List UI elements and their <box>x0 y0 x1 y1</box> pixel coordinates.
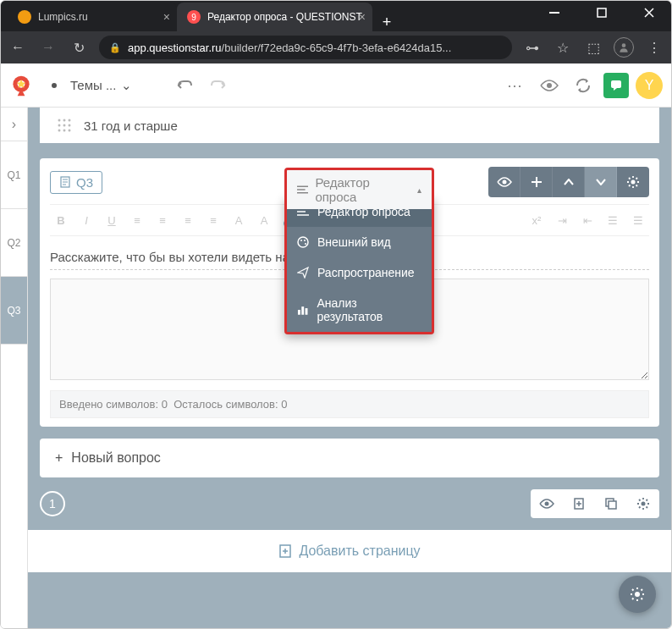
app-toolbar: Темы ... ⌄ ⋯ Y <box>1 63 671 108</box>
lock-icon: 🔒 <box>109 42 121 53</box>
svg-point-35 <box>300 240 302 241</box>
svg-point-36 <box>304 240 306 241</box>
bold-button[interactable]: B <box>50 210 72 230</box>
svg-point-8 <box>63 119 66 122</box>
svg-point-37 <box>305 243 306 245</box>
align-justify-button[interactable]: ≡ <box>202 210 224 230</box>
new-tab-button[interactable]: + <box>372 14 402 31</box>
star-icon[interactable]: ☆ <box>553 40 573 56</box>
page-actions <box>531 489 659 518</box>
svg-point-41 <box>635 592 640 597</box>
back-button[interactable]: ← <box>8 40 28 55</box>
close-icon[interactable]: × <box>163 10 170 24</box>
user-avatar[interactable]: Y <box>636 72 663 99</box>
char-counter: Введено символов: 0 Осталось символов: 0 <box>50 390 649 418</box>
dropdown-item-analysis[interactable]: Анализ результатов <box>287 288 432 332</box>
themes-dropdown[interactable]: Темы ... ⌄ <box>70 78 132 93</box>
list-button[interactable]: ☰ <box>602 210 624 230</box>
more-button[interactable]: ⋯ <box>500 76 529 95</box>
chart-icon <box>297 305 308 315</box>
tab-title: Редактор опроса - QUESTIONST <box>207 11 362 23</box>
app-content: Темы ... ⌄ ⋯ Y › Q1 Q2 Q3 31 <box>1 63 671 628</box>
align-center-button[interactable]: ≡ <box>151 210 174 230</box>
editor-icon <box>297 185 308 195</box>
chat-button[interactable] <box>603 73 629 98</box>
question-badge[interactable]: Q3 <box>50 171 102 194</box>
minimize-button[interactable] <box>539 0 570 25</box>
page-copy-button[interactable] <box>595 489 627 518</box>
outdent-button[interactable]: ⇤ <box>576 210 598 230</box>
svg-point-13 <box>58 130 61 132</box>
page-footer: 1 <box>40 486 659 530</box>
page-settings-button[interactable] <box>627 489 659 518</box>
plus-icon: + <box>55 450 63 466</box>
menu-icon[interactable]: ⋮ <box>644 40 664 56</box>
extensions-icon[interactable]: ⬚ <box>583 40 603 56</box>
option-row[interactable]: 31 год и старше <box>40 108 659 143</box>
color-button[interactable]: A <box>253 210 275 230</box>
page-preview-button[interactable] <box>531 489 563 518</box>
svg-point-15 <box>69 130 71 132</box>
redo-button[interactable] <box>205 72 232 99</box>
mode-dropdown-trigger[interactable]: Редактор опроса ▴ <box>284 168 434 209</box>
align-right-button[interactable]: ≡ <box>177 210 199 230</box>
tab-title: Lumpics.ru <box>38 11 88 23</box>
sidebar-tab-q2[interactable]: Q2 <box>1 209 27 277</box>
numbered-list-button[interactable]: ☰ <box>627 210 649 230</box>
settings-action[interactable] <box>617 167 649 197</box>
palette-icon <box>297 236 309 248</box>
svg-point-26 <box>642 502 646 506</box>
svg-point-14 <box>63 130 66 132</box>
svg-point-12 <box>69 124 71 127</box>
add-action[interactable] <box>521 167 553 197</box>
subscript-button[interactable]: x² <box>526 210 548 230</box>
svg-point-20 <box>502 180 506 185</box>
mode-dropdown-menu: Редактор опроса Внешний вид Распростране… <box>284 196 434 334</box>
page-add-button[interactable] <box>563 489 595 518</box>
fab-settings[interactable] <box>619 576 656 613</box>
maximize-button[interactable] <box>587 0 617 25</box>
profile-icon[interactable] <box>614 37 634 58</box>
italic-button[interactable]: I <box>75 210 97 230</box>
page-number[interactable]: 1 <box>40 491 65 516</box>
undo-button[interactable] <box>171 72 198 99</box>
svg-rect-38 <box>298 310 300 315</box>
browser-tab[interactable]: Lumpics.ru × <box>8 3 177 31</box>
new-question-button[interactable]: + Новый вопрос <box>40 439 659 477</box>
sidebar-tab-q3[interactable]: Q3 <box>1 277 27 345</box>
url-path: /builder/f72eda9c-65c9-4f7b-3efa-e6424da… <box>222 41 452 54</box>
svg-point-9 <box>69 119 71 122</box>
underline-button[interactable]: U <box>101 210 123 230</box>
align-left-button[interactable]: ≡ <box>126 210 148 230</box>
sync-button[interactable] <box>570 72 597 99</box>
font-button[interactable]: A <box>228 210 250 230</box>
url-field[interactable]: 🔒 app.questionstar.ru/builder/f72eda9c-6… <box>99 36 512 59</box>
move-up-action[interactable] <box>553 167 585 197</box>
reload-button[interactable]: ↻ <box>69 40 89 56</box>
send-icon <box>297 267 309 279</box>
expand-sidebar-button[interactable]: › <box>1 108 27 141</box>
close-window-button[interactable] <box>634 0 664 25</box>
key-icon[interactable]: ⊶ <box>522 40 543 56</box>
forward-button[interactable]: → <box>38 40 58 55</box>
browser-tab[interactable]: 9 Редактор опроса - QUESTIONST × <box>177 3 372 31</box>
move-down-action[interactable] <box>585 167 617 197</box>
sidebar-tab-q1[interactable]: Q1 <box>1 141 27 209</box>
preview-action[interactable] <box>488 167 521 197</box>
card-actions <box>488 167 649 197</box>
preview-button[interactable] <box>536 72 563 99</box>
dropdown-item-distribution[interactable]: Распространение <box>287 257 432 288</box>
indent-button[interactable]: ⇥ <box>551 210 573 230</box>
svg-point-22 <box>545 502 549 506</box>
add-page-button[interactable]: Добавить страницу <box>28 530 671 572</box>
drag-handle-icon[interactable] <box>57 118 72 133</box>
close-icon[interactable]: × <box>359 10 366 24</box>
url-domain: app.questionstar.ru <box>128 41 222 54</box>
favicon: 9 <box>187 10 201 24</box>
question-sidebar: › Q1 Q2 Q3 <box>1 108 28 628</box>
dropdown-item-appearance[interactable]: Внешний вид <box>287 227 432 257</box>
svg-rect-1 <box>598 8 606 17</box>
svg-point-7 <box>58 119 61 122</box>
bullet-icon <box>52 83 57 88</box>
svg-point-2 <box>622 43 626 47</box>
